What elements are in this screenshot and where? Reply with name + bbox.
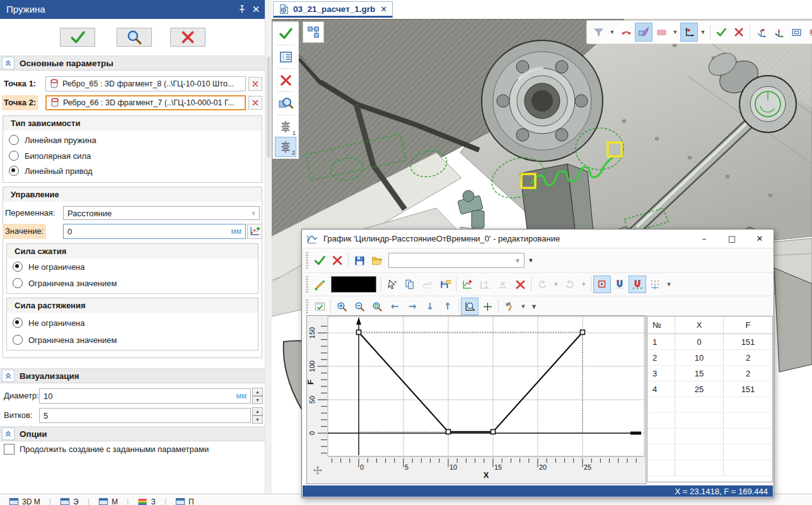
table-row-empty[interactable] xyxy=(647,397,772,413)
graph-ok-button[interactable] xyxy=(311,252,328,269)
more-dropdown[interactable]: ▼ xyxy=(528,298,540,315)
diameter-spinner[interactable]: ▲▼ xyxy=(252,388,263,404)
triad-button[interactable] xyxy=(770,23,787,42)
spin-up-icon[interactable]: ▲ xyxy=(252,407,263,415)
paste-curve-button[interactable] xyxy=(436,276,454,293)
table-row[interactable]: 425151 xyxy=(647,381,772,397)
pan-left-button[interactable]: ← xyxy=(386,298,403,315)
table-row-empty[interactable] xyxy=(647,460,772,476)
table-row[interactable]: 3152 xyxy=(647,366,772,381)
graph-cancel-button[interactable] xyxy=(328,252,346,269)
maximize-button[interactable]: □ xyxy=(718,229,746,248)
table-row-empty[interactable] xyxy=(647,429,772,444)
variable-combobox[interactable]: Расстояние ˅ xyxy=(63,206,260,220)
coordinate-snap-dropdown[interactable]: ▼ xyxy=(698,23,708,42)
checkbox-icon[interactable] xyxy=(4,444,14,455)
select-tool-button[interactable] xyxy=(383,276,401,293)
spin-down-icon[interactable]: ▼ xyxy=(252,415,263,424)
radio-tension-limited[interactable]: Ограничена значением xyxy=(13,334,117,345)
apply-filter-button[interactable] xyxy=(712,23,730,42)
window-close-button[interactable]: ✕ xyxy=(746,229,774,248)
taskbar-item-2[interactable]: Э xyxy=(60,497,79,505)
coils-spinner[interactable]: ▲▼ xyxy=(252,407,263,424)
fit-width-button[interactable] xyxy=(478,298,496,315)
rotate-mode-button[interactable] xyxy=(617,23,635,42)
parameters-button[interactable] xyxy=(275,47,296,67)
selector-filter-dropdown[interactable]: ▼ xyxy=(607,23,617,42)
graph-settings-button[interactable] xyxy=(501,298,518,315)
coils-input[interactable]: 5 xyxy=(39,408,251,423)
value-input[interactable]: 0 мм xyxy=(63,224,246,239)
undo-button[interactable] xyxy=(533,276,551,293)
cancel-button[interactable] xyxy=(170,28,206,47)
point1-clear-button[interactable] xyxy=(248,77,262,91)
preview-button[interactable] xyxy=(117,28,152,47)
graph-window-titlebar[interactable]: График 'Цилиндр-РасстояниеОтВремени_0' -… xyxy=(302,229,774,248)
coordinate-snap-button[interactable] xyxy=(680,23,698,42)
spring-mode-1-button[interactable]: 1 xyxy=(275,117,296,137)
delete-all-points-button[interactable] xyxy=(511,276,529,293)
section-view-button[interactable] xyxy=(805,23,812,42)
snap-to-node-button[interactable] xyxy=(593,276,611,293)
undo-dropdown[interactable]: ▼ xyxy=(551,276,561,293)
frame-view-button[interactable] xyxy=(787,23,805,42)
section-main-params[interactable]: Основные параметры xyxy=(0,55,265,71)
selector-filter-button[interactable] xyxy=(589,23,607,42)
delete-point-button[interactable] xyxy=(494,276,511,293)
grid-step-button[interactable] xyxy=(646,276,664,293)
point2-clear-button[interactable] xyxy=(248,96,262,110)
taskbar-item-4[interactable]: З xyxy=(137,497,155,505)
plot-area[interactable]: 050100150 0510152025 F X xyxy=(306,315,646,484)
pan-up-button[interactable]: ↑ xyxy=(439,298,456,315)
spring-mode-2-button[interactable]: 2 xyxy=(275,137,296,157)
radio-compression-limited[interactable]: Ограничена значением xyxy=(13,277,117,289)
radio-linear-drive[interactable]: Линейный привод xyxy=(9,165,93,177)
fragment-tool-button[interactable] xyxy=(303,21,324,43)
zoom-in-button[interactable] xyxy=(333,298,351,315)
pin-icon[interactable] xyxy=(236,3,248,16)
confirm-button[interactable] xyxy=(275,23,296,44)
panel-scrollbar[interactable] xyxy=(265,0,272,494)
collapse-icon[interactable] xyxy=(2,57,14,69)
radio-compression-unlimited[interactable]: Не ограничена xyxy=(13,261,85,272)
view-settings-button[interactable] xyxy=(311,298,328,315)
radio-linear-spring[interactable]: Линейная пружина xyxy=(9,134,96,146)
table-row-empty[interactable] xyxy=(647,413,772,429)
taskbar-item-5[interactable]: П xyxy=(175,497,194,505)
edit-points-button[interactable] xyxy=(311,276,328,293)
curve-color-swatch[interactable] xyxy=(331,276,376,293)
ok-button[interactable] xyxy=(60,28,95,47)
clear-filter-button[interactable] xyxy=(730,23,748,42)
magnet-x-button[interactable] xyxy=(611,276,629,293)
points-table[interactable]: № X F 10151 2102 3152 425151 xyxy=(647,316,773,482)
selection-box-button[interactable] xyxy=(652,23,670,42)
table-row[interactable]: 2102 xyxy=(647,350,772,366)
continue-option-row[interactable]: Продолжить создание с заданными параметр… xyxy=(4,444,209,455)
selection-box-dropdown[interactable]: ▼ xyxy=(670,23,680,42)
open-button[interactable] xyxy=(368,252,386,269)
section-options[interactable]: Опции xyxy=(0,426,265,441)
redo-dropdown[interactable]: ▼ xyxy=(579,276,589,293)
copy-curve-button[interactable] xyxy=(419,276,436,293)
pan-right-button[interactable]: → xyxy=(403,298,421,315)
pan-icon[interactable] xyxy=(313,466,322,475)
transparency-button[interactable] xyxy=(635,23,652,42)
zoom-out-button[interactable] xyxy=(351,298,368,315)
move-axes-button[interactable] xyxy=(752,23,770,42)
radio-bipolar-force[interactable]: Биполярная сила xyxy=(9,150,91,161)
grid-step-dropdown[interactable]: ▼ xyxy=(664,276,674,293)
save-button[interactable] xyxy=(351,252,368,269)
minimize-button[interactable]: – xyxy=(690,229,718,248)
edit-graph-button[interactable] xyxy=(247,224,262,239)
diameter-input[interactable]: 10 мм xyxy=(39,388,251,403)
taskbar-item-3[interactable]: М xyxy=(98,497,118,505)
spin-up-icon[interactable]: ▲ xyxy=(252,388,263,396)
radio-tension-unlimited[interactable]: Не ограничена xyxy=(13,317,85,328)
curve-select-combobox[interactable]: ▼ xyxy=(388,253,525,268)
table-row-empty[interactable] xyxy=(647,444,772,460)
panel-close-icon[interactable]: ✕ xyxy=(250,3,262,16)
cancel-button[interactable] xyxy=(275,70,296,90)
curve-list-dropdown[interactable]: ▼ xyxy=(525,252,537,269)
tab-close-icon[interactable]: ✕ xyxy=(380,4,387,14)
zoom-window-button[interactable] xyxy=(368,298,386,315)
